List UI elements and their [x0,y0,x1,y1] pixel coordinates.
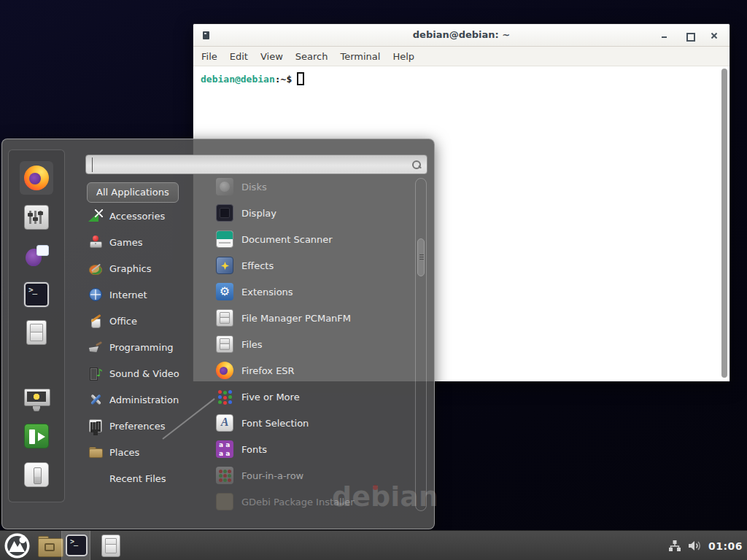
desktop: debian@debian: ~ File Edit View Search T… [0,0,747,560]
file-cabinet-icon [101,534,120,557]
favorite-terminal-button[interactable] [24,282,49,307]
minimize-button[interactable] [659,31,670,41]
taskbar-files-launcher[interactable] [99,534,120,557]
maximize-button[interactable] [684,31,694,41]
category-internet[interactable]: Internet [88,281,195,308]
office-icon [88,314,103,328]
menu-help[interactable]: Help [392,51,414,62]
menu-file[interactable]: File [201,51,217,62]
terminal-icon [66,534,88,556]
app-effects[interactable]: Effects [207,252,413,279]
control-center-icon [24,205,49,230]
accessories-icon [88,209,103,223]
sound-video-icon [88,366,103,381]
category-sound-video[interactable]: Sound & Video [88,360,195,386]
terminal-scrollbar-thumb[interactable] [721,69,727,378]
firefox-esr-icon [216,362,233,379]
taskbar-terminal-window-button[interactable] [61,531,90,560]
logout-icon [24,424,49,448]
graphics-icon [88,261,103,276]
app-four-in-a-row[interactable]: Four-in-a-row [207,462,413,489]
application-menu: debian All Applications Accessories Game… [1,139,435,529]
terminal-cursor [297,72,304,85]
app-fonts[interactable]: Fonts [207,436,413,462]
category-programming[interactable]: Programming [88,334,195,360]
five-or-more-icon [216,388,233,405]
favorite-firefox-button[interactable] [24,166,49,190]
programming-icon [88,340,103,354]
category-recent-files[interactable]: Recent Files [88,465,195,491]
file-cabinet-icon [26,320,47,345]
logout-button[interactable] [24,424,49,448]
shutdown-button[interactable] [24,462,49,487]
distro-logo-icon [4,533,30,559]
taskbar-clock[interactable]: 01:06 [708,540,743,552]
gdebi-icon [216,493,233,510]
administration-icon [88,392,103,407]
firefox-icon [24,166,49,190]
places-icon [88,445,103,459]
lock-screen-button[interactable] [24,386,49,411]
fonts-icon [216,440,233,458]
disks-icon [216,178,233,195]
prompt-suffix: :~$ [275,74,292,85]
favorite-pidgin-button[interactable] [24,244,49,268]
games-icon [88,235,103,249]
lock-screen-icon [24,386,49,411]
category-places[interactable]: Places [88,439,195,465]
prompt-user: debian@debian [201,74,275,85]
shutdown-icon [24,462,49,487]
all-applications-button[interactable]: All Applications [87,182,179,203]
menu-edit[interactable]: Edit [230,51,248,62]
menu-terminal[interactable]: Terminal [340,51,380,62]
app-file-manager-pcmanfm[interactable]: File Manager PCManFM [207,305,413,331]
folder-icon [38,536,62,556]
files-icon [216,335,233,353]
network-icon[interactable] [668,540,681,552]
menu-view[interactable]: View [260,51,283,62]
close-button[interactable] [709,31,719,41]
file-manager-icon [216,309,233,327]
app-files[interactable]: Files [207,331,413,357]
app-display[interactable]: Display [207,200,413,226]
favorite-files-button[interactable] [24,320,49,345]
category-games[interactable]: Games [88,229,195,255]
menu-search[interactable]: Search [295,51,328,62]
taskbar-menu-button[interactable] [4,533,30,559]
display-icon [216,204,233,222]
app-document-scanner[interactable]: Document Scanner [207,226,413,252]
menu-search-box [85,155,427,174]
terminal-titlebar[interactable]: debian@debian: ~ [193,24,729,47]
taskbar-tray: 01:06 [668,531,743,560]
menu-search-input[interactable] [92,158,406,172]
app-five-or-more[interactable]: Five or More [207,384,413,410]
preferences-icon [88,419,103,433]
taskbar-file-manager-launcher[interactable] [38,536,62,556]
app-gdebi-package-installer[interactable]: GDebi Package Installer [207,489,413,515]
terminal-scrollbar[interactable] [721,68,728,378]
favorite-control-center-button[interactable] [24,205,49,230]
terminal-icon [24,282,49,307]
taskbar: 01:06 [0,530,747,560]
search-icon [411,160,422,170]
category-administration[interactable]: Administration [88,386,195,413]
category-accessories[interactable]: Accessories [88,203,195,229]
app-font-selection[interactable]: Font Selection [207,410,413,436]
menu-scrollbar-thumb[interactable] [417,238,425,276]
menu-scrollbar[interactable] [415,178,427,511]
effects-icon [216,257,233,274]
app-disks[interactable]: Disks [207,174,413,200]
app-extensions[interactable]: Extensions [207,279,413,305]
recent-files-icon [88,471,103,486]
volume-icon[interactable] [688,540,702,552]
app-firefox-esr[interactable]: Firefox ESR [207,357,413,384]
category-preferences[interactable]: Preferences [88,413,195,439]
extensions-icon [216,283,233,300]
font-selection-icon [216,414,233,432]
category-office[interactable]: Office [88,308,195,334]
category-graphics[interactable]: Graphics [88,255,195,281]
terminal-menubar: File Edit View Search Terminal Help [193,47,729,66]
terminal-title: debian@debian: ~ [193,29,729,40]
pidgin-icon [24,244,49,268]
document-scanner-icon [216,230,233,248]
